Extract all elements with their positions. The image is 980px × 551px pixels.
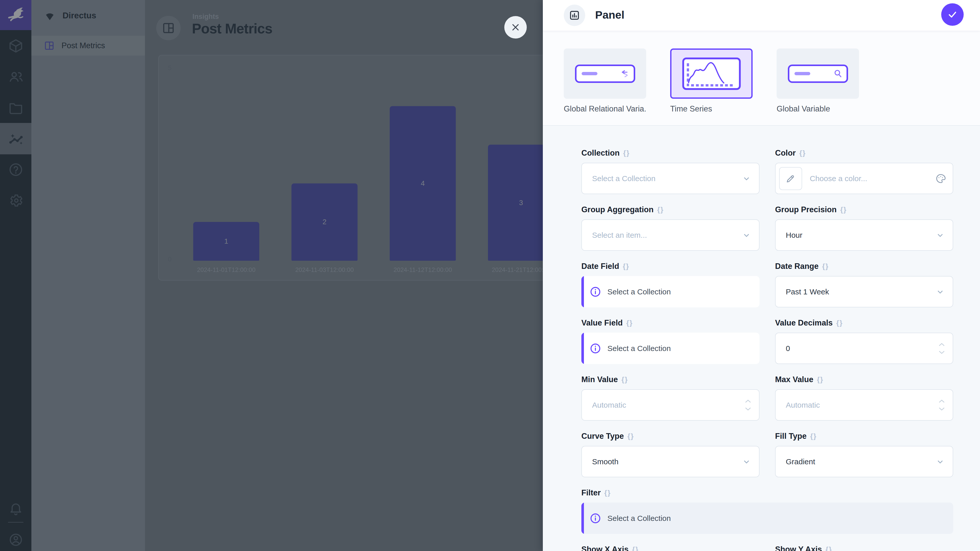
box-icon bbox=[8, 38, 24, 54]
collection-select[interactable]: Select a Collection bbox=[581, 163, 759, 194]
panel-type-section: Global Relational Varia... bbox=[543, 30, 980, 125]
chevron-down-icon bbox=[741, 174, 751, 183]
field-max-value: Max Value{} bbox=[775, 375, 953, 421]
panel-type-label: Global Variable bbox=[776, 104, 859, 114]
number-stepper[interactable] bbox=[745, 399, 751, 411]
field-label: Color bbox=[775, 148, 796, 158]
panel-type-time-series[interactable]: Time Series bbox=[670, 48, 752, 114]
raw-value-icon: {} bbox=[817, 375, 824, 384]
eyedropper-button[interactable] bbox=[779, 167, 802, 190]
account-circle-icon bbox=[8, 532, 23, 547]
panel-type-global-relational-variable[interactable]: Global Relational Varia... bbox=[564, 48, 646, 114]
panel-options-form: Collection{} Select a Collection Color{} bbox=[543, 126, 980, 551]
panel-type-label: Time Series bbox=[670, 104, 752, 114]
account-button[interactable] bbox=[0, 524, 32, 551]
drawer-body: Global Relational Varia... bbox=[543, 30, 980, 551]
curve-type-select[interactable]: Smooth bbox=[581, 446, 759, 477]
panel-type-global-variable[interactable]: Global Variable bbox=[776, 48, 859, 114]
raw-value-icon: {} bbox=[628, 432, 634, 440]
field-label: Show X Axis bbox=[581, 545, 628, 551]
fill-type-select[interactable]: Gradient bbox=[775, 446, 953, 477]
palette-icon bbox=[935, 173, 946, 184]
color-input[interactable] bbox=[810, 174, 942, 183]
chevron-down-icon bbox=[935, 287, 945, 297]
y-axis-tick-max: 5 bbox=[168, 64, 172, 72]
max-value-input[interactable] bbox=[775, 389, 953, 421]
notifications-button[interactable] bbox=[0, 493, 32, 524]
y-axis-tick-min: 0 bbox=[168, 256, 172, 263]
dashboard-icon bbox=[44, 40, 55, 51]
time-series-illustration bbox=[682, 57, 741, 90]
sidebar-item-post-metrics[interactable]: Post Metrics bbox=[32, 36, 145, 56]
module-user-directory-button[interactable] bbox=[0, 61, 32, 93]
module-content-button[interactable] bbox=[0, 30, 32, 62]
module-insights-button[interactable] bbox=[0, 123, 32, 154]
info-icon bbox=[590, 343, 601, 354]
drawer-title: Panel bbox=[595, 9, 625, 21]
color-field[interactable] bbox=[775, 163, 953, 194]
raw-value-icon: {} bbox=[810, 432, 817, 440]
field-label: Group Precision bbox=[775, 205, 837, 214]
value-decimals-input[interactable] bbox=[775, 333, 953, 364]
field-label: Filter bbox=[581, 488, 601, 497]
help-icon bbox=[8, 162, 24, 177]
field-label: Curve Type bbox=[581, 432, 624, 441]
date-range-select[interactable]: Past 1 Week bbox=[775, 276, 953, 307]
number-stepper[interactable] bbox=[939, 399, 945, 411]
eyedropper-icon bbox=[786, 173, 796, 184]
module-docs-button[interactable] bbox=[0, 154, 32, 185]
close-drawer-button[interactable] bbox=[504, 16, 527, 38]
number-input[interactable] bbox=[786, 344, 942, 353]
rabbit-icon bbox=[7, 7, 25, 23]
min-value-input[interactable] bbox=[581, 389, 759, 421]
breadcrumb[interactable]: Insights bbox=[192, 13, 219, 21]
field-min-value: Min Value{} bbox=[581, 375, 759, 421]
raw-value-icon: {} bbox=[799, 149, 806, 157]
field-label: Collection bbox=[581, 148, 620, 158]
info-icon bbox=[590, 513, 601, 524]
chart-bar: 4 bbox=[390, 106, 456, 261]
field-label: Max Value bbox=[775, 375, 813, 384]
group-aggregation-select[interactable]: Select an item... bbox=[581, 219, 759, 251]
folder-icon bbox=[8, 100, 24, 116]
module-file-library-button[interactable] bbox=[0, 92, 32, 124]
field-show-y-axis: Show Y Axis{} bbox=[775, 545, 953, 551]
x-axis-label: 2024-11-12T12:00:00 bbox=[393, 266, 452, 273]
number-input[interactable] bbox=[786, 401, 942, 410]
notice-accent-bar bbox=[581, 503, 584, 534]
insert-chart-icon bbox=[569, 10, 580, 21]
global-variable-illustration bbox=[788, 64, 849, 83]
palette-icon[interactable] bbox=[935, 173, 946, 184]
dashboard-icon bbox=[162, 21, 175, 35]
field-label: Fill Type bbox=[775, 432, 807, 441]
value-field-notice: Select a Collection bbox=[581, 333, 759, 364]
chart-bar: 1 bbox=[193, 222, 259, 261]
chevron-down-icon bbox=[741, 457, 751, 467]
raw-value-icon: {} bbox=[623, 262, 629, 270]
app-root: Directus Post Metrics Insights Post Metr… bbox=[0, 0, 980, 551]
chevron-down-icon bbox=[741, 230, 751, 240]
group-precision-select[interactable]: Hour bbox=[775, 219, 953, 251]
field-collection: Collection{} Select a Collection bbox=[581, 148, 759, 194]
project-chooser[interactable]: Directus bbox=[32, 0, 145, 31]
project-icon bbox=[44, 10, 56, 22]
close-icon bbox=[511, 23, 520, 32]
raw-value-icon: {} bbox=[826, 545, 832, 551]
raw-value-icon: {} bbox=[632, 545, 639, 551]
gear-icon bbox=[8, 193, 24, 208]
field-label: Show Y Axis bbox=[775, 545, 822, 551]
time-series-panel[interactable]: 5 0 12024-11-01T12:00:0022024-11-03T12:0… bbox=[158, 55, 559, 281]
raw-value-icon: {} bbox=[840, 206, 847, 214]
field-filter: Filter{} Select a Collection bbox=[581, 488, 953, 534]
panel-icon-circle bbox=[564, 5, 585, 26]
chevron-down-icon bbox=[935, 230, 945, 240]
save-button[interactable] bbox=[941, 3, 964, 26]
notice-accent-bar bbox=[581, 333, 584, 364]
module-settings-button[interactable] bbox=[0, 185, 32, 216]
field-label: Min Value bbox=[581, 375, 618, 384]
number-input[interactable] bbox=[592, 401, 749, 410]
directus-logo[interactable] bbox=[0, 0, 32, 30]
date-field-notice: Select a Collection bbox=[581, 276, 759, 307]
number-stepper[interactable] bbox=[939, 343, 945, 354]
dashboard-title-icon-button[interactable] bbox=[156, 16, 181, 40]
